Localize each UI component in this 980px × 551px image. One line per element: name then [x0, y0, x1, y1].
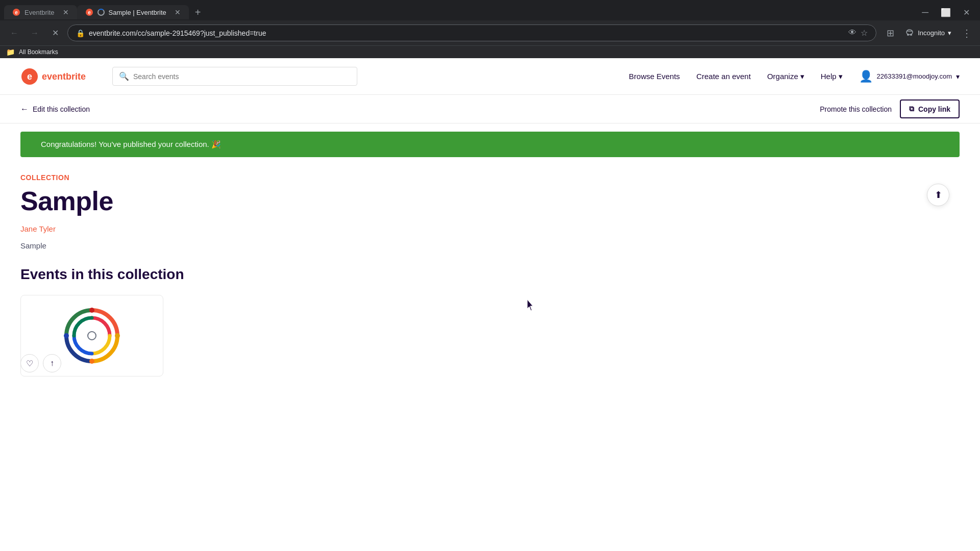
search-input[interactable]	[133, 72, 351, 81]
browser-actions: ⊞ Incognito ▾ ⋮	[885, 25, 974, 41]
event-thumbnail-image	[56, 300, 128, 371]
heart-icon: ♡	[26, 359, 33, 368]
search-icon: 🔍	[119, 71, 129, 81]
create-event-link[interactable]: Create an event	[696, 72, 751, 81]
new-tab-button[interactable]: +	[191, 5, 205, 20]
event-card-actions: ♡ ↑	[20, 354, 61, 372]
tab-bar: e Eventbrite ✕ e Sample | Eventbrite ✕ +…	[0, 0, 980, 20]
browse-events-link[interactable]: Browse Events	[629, 72, 680, 81]
copy-icon: ⧉	[909, 105, 914, 113]
organize-chevron-icon: ▾	[800, 72, 804, 81]
success-message: Congratulations! You've published your c…	[41, 140, 221, 149]
main-content: Congratulations! You've published your c…	[0, 132, 980, 393]
tab2-label: Sample | Eventbrite	[109, 9, 166, 16]
bookmarks-label[interactable]: All Bookmarks	[19, 48, 58, 56]
edit-collection-label: Edit this collection	[33, 105, 90, 113]
copy-link-label: Copy link	[918, 105, 950, 113]
tab1-label: Eventbrite	[24, 9, 55, 16]
events-section-title: Events in this collection	[20, 266, 960, 283]
collection-label: Collection	[20, 173, 960, 182]
sidebar-button[interactable]: ⊞	[885, 26, 896, 41]
collection-title: Sample	[20, 186, 960, 216]
user-icon: 👤	[859, 70, 873, 83]
back-button[interactable]: ←	[6, 25, 22, 41]
logo[interactable]: e eventbrite	[20, 67, 92, 86]
site-header: e eventbrite 🔍 Browse Events Create an e…	[0, 58, 980, 95]
organize-dropdown[interactable]: Organize ▾	[767, 72, 804, 81]
copy-link-button[interactable]: ⧉ Copy link	[900, 99, 960, 118]
svg-text:e: e	[27, 71, 32, 82]
upload-icon: ↑	[50, 359, 54, 368]
minimize-button[interactable]: ─	[916, 4, 935, 20]
tab2-spinner	[97, 9, 105, 16]
svg-point-6	[910, 34, 912, 36]
more-options-button[interactable]: ⋮	[960, 25, 974, 41]
address-bar-icons: 👁 ☆	[848, 28, 868, 38]
forward-button[interactable]: →	[27, 25, 43, 41]
help-dropdown[interactable]: Help ▾	[821, 72, 843, 81]
main-nav: Browse Events Create an event Organize ▾…	[629, 70, 960, 83]
tab1-favicon: e	[12, 8, 20, 16]
success-banner: Congratulations! You've published your c…	[20, 132, 960, 157]
close-window-button[interactable]: ✕	[957, 4, 976, 20]
sub-header-actions: Promote this collection ⧉ Copy link	[820, 99, 960, 118]
svg-point-11	[89, 308, 94, 313]
tab2-close[interactable]: ✕	[175, 8, 181, 16]
bookmark-star-icon: ☆	[861, 28, 868, 38]
user-chevron-icon: ▾	[956, 72, 960, 81]
bookmarks-folder-icon: 📁	[6, 48, 15, 56]
svg-point-5	[907, 34, 909, 36]
eventbrite-logo-svg: e eventbrite	[20, 67, 92, 86]
bookmarks-bar: 📁 All Bookmarks	[0, 45, 980, 58]
user-email: 22633391@moodjoy.com	[877, 72, 952, 80]
search-bar[interactable]: 🔍	[112, 67, 357, 86]
svg-text:eventbrite: eventbrite	[42, 71, 86, 82]
collection-content: Collection Sample Jane Tyler Sample Even…	[0, 157, 980, 393]
tab1-close[interactable]: ✕	[63, 8, 69, 16]
svg-point-13	[89, 359, 94, 364]
url-text: eventbrite.com/cc/sample-2915469?just_pu…	[89, 29, 844, 37]
svg-point-12	[115, 333, 120, 338]
svg-point-15	[88, 332, 96, 340]
browser-chrome: e Eventbrite ✕ e Sample | Eventbrite ✕ +…	[0, 0, 980, 58]
favorite-button[interactable]: ♡	[20, 354, 39, 372]
incognito-button[interactable]: Incognito ▾	[900, 26, 955, 40]
svg-text:e: e	[15, 10, 18, 15]
back-arrow-icon: ←	[20, 105, 29, 114]
eye-off-icon: 👁	[848, 28, 856, 38]
tab-eventbrite[interactable]: e Eventbrite ✕	[4, 5, 77, 19]
tab-sample-eventbrite[interactable]: e Sample | Eventbrite ✕	[77, 5, 189, 19]
svg-point-14	[64, 333, 69, 338]
incognito-label: Incognito	[918, 29, 945, 37]
svg-text:e: e	[88, 10, 91, 15]
incognito-icon	[904, 28, 915, 38]
author-link[interactable]: Jane Tyler	[20, 224, 960, 233]
maximize-button[interactable]: ⬜	[935, 4, 957, 20]
collection-description: Sample	[20, 241, 960, 250]
nav-bar: ← → ✕ 🔒 eventbrite.com/cc/sample-2915469…	[0, 20, 980, 45]
reload-button[interactable]: ✕	[47, 25, 63, 41]
event-card: ♡ ↑	[20, 295, 163, 377]
organize-label: Organize	[767, 72, 798, 81]
lock-icon: 🔒	[76, 29, 85, 37]
address-bar[interactable]: 🔒 eventbrite.com/cc/sample-2915469?just_…	[67, 24, 876, 41]
help-label: Help	[821, 72, 837, 81]
promote-collection-link[interactable]: Promote this collection	[820, 105, 892, 113]
tab2-favicon: e	[85, 8, 93, 16]
share-icon: ⬆	[935, 189, 942, 201]
share-button[interactable]: ⬆	[927, 184, 949, 206]
user-menu[interactable]: 👤 22633391@moodjoy.com ▾	[859, 70, 960, 83]
share-event-button[interactable]: ↑	[43, 354, 61, 372]
help-chevron-icon: ▾	[839, 72, 843, 81]
incognito-chevron: ▾	[948, 29, 951, 37]
sub-header: ← Edit this collection Promote this coll…	[0, 95, 980, 123]
edit-collection-link[interactable]: ← Edit this collection	[20, 105, 90, 114]
